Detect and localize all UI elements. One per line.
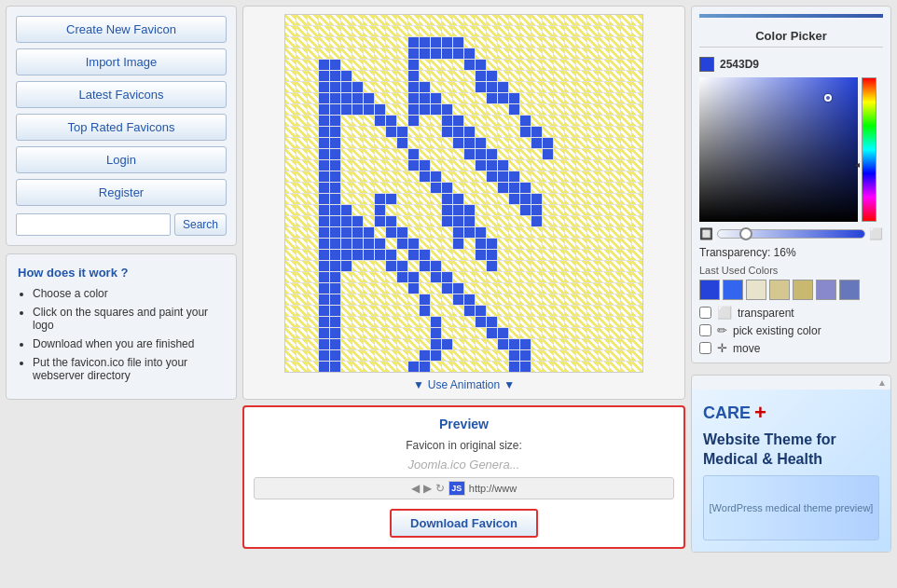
pixel-cell[interactable] xyxy=(476,362,486,372)
pixel-cell[interactable] xyxy=(509,306,519,316)
pixel-cell[interactable] xyxy=(464,328,475,338)
pixel-cell[interactable] xyxy=(554,306,564,316)
pixel-cell[interactable] xyxy=(420,205,430,215)
pixel-cell[interactable] xyxy=(576,283,586,294)
pixel-cell[interactable] xyxy=(520,194,531,204)
pixel-cell[interactable] xyxy=(297,48,307,59)
pixel-cell[interactable] xyxy=(364,205,374,215)
pixel-cell[interactable] xyxy=(632,104,642,115)
pixel-cell[interactable] xyxy=(576,227,586,238)
pixel-cell[interactable] xyxy=(509,339,519,349)
pixel-cell[interactable] xyxy=(453,171,463,182)
pixel-cell[interactable] xyxy=(531,261,542,271)
pixel-cell[interactable] xyxy=(431,306,441,316)
pixel-cell[interactable] xyxy=(543,82,553,92)
pixel-cell[interactable] xyxy=(352,138,363,148)
pixel-cell[interactable] xyxy=(543,138,553,148)
pixel-cell[interactable] xyxy=(330,48,340,59)
pixel-cell[interactable] xyxy=(509,362,519,372)
pixel-cell[interactable] xyxy=(397,160,407,171)
pixel-cell[interactable] xyxy=(565,227,575,238)
pixel-cell[interactable] xyxy=(397,294,407,305)
pixel-cell[interactable] xyxy=(464,239,475,249)
pixel-cell[interactable] xyxy=(397,350,407,361)
pixel-cell[interactable] xyxy=(610,205,620,215)
pixel-cell[interactable] xyxy=(297,26,307,36)
pixel-cell[interactable] xyxy=(576,306,586,316)
pixel-cell[interactable] xyxy=(330,71,340,81)
pixel-cell[interactable] xyxy=(610,261,620,271)
pixel-cell[interactable] xyxy=(330,104,340,115)
pixel-cell[interactable] xyxy=(420,71,430,81)
pixel-cell[interactable] xyxy=(531,127,542,137)
pixel-cell[interactable] xyxy=(599,328,609,338)
pixel-cell[interactable] xyxy=(453,339,463,349)
pixel-cell[interactable] xyxy=(487,138,497,148)
pixel-cell[interactable] xyxy=(576,82,586,92)
pixel-cell[interactable] xyxy=(386,138,396,148)
pixel-cell[interactable] xyxy=(554,48,564,59)
pixel-cell[interactable] xyxy=(375,60,385,70)
pixel-cell[interactable] xyxy=(319,82,329,92)
pixel-cell[interactable] xyxy=(375,306,385,316)
pixel-cell[interactable] xyxy=(352,60,363,70)
pixel-cell[interactable] xyxy=(599,160,609,171)
pixel-cell[interactable] xyxy=(587,71,598,81)
pixel-cell[interactable] xyxy=(520,227,531,238)
pixel-cell[interactable] xyxy=(632,48,642,59)
pixel-cell[interactable] xyxy=(565,339,575,349)
pixel-cell[interactable] xyxy=(565,127,575,137)
pixel-cell[interactable] xyxy=(509,48,519,59)
pick-color-checkbox[interactable] xyxy=(699,324,711,336)
pixel-cell[interactable] xyxy=(297,227,307,238)
pixel-cell[interactable] xyxy=(420,82,430,92)
pixel-cell[interactable] xyxy=(297,294,307,305)
pixel-cell[interactable] xyxy=(531,160,542,171)
pixel-cell[interactable] xyxy=(341,104,352,115)
pixel-cell[interactable] xyxy=(408,227,419,238)
pixel-cell[interactable] xyxy=(297,194,307,204)
pixel-cell[interactable] xyxy=(397,138,407,148)
pixel-cell[interactable] xyxy=(632,216,642,226)
pixel-cell[interactable] xyxy=(341,261,352,271)
pixel-cell[interactable] xyxy=(576,160,586,171)
pixel-cell[interactable] xyxy=(464,15,475,25)
pixel-cell[interactable] xyxy=(476,160,486,171)
pixel-cell[interactable] xyxy=(420,93,430,103)
pixel-cell[interactable] xyxy=(576,350,586,361)
pixel-cell[interactable] xyxy=(610,272,620,282)
pixel-cell[interactable] xyxy=(621,272,631,282)
pixel-cell[interactable] xyxy=(319,294,329,305)
pixel-cell[interactable] xyxy=(531,362,542,372)
pixel-cell[interactable] xyxy=(554,339,564,349)
pixel-cell[interactable] xyxy=(476,48,486,59)
pixel-cell[interactable] xyxy=(297,216,307,226)
pixel-cell[interactable] xyxy=(587,194,598,204)
pixel-cell[interactable] xyxy=(476,227,486,238)
pixel-cell[interactable] xyxy=(543,48,553,59)
pixel-cell[interactable] xyxy=(308,250,318,260)
swatch-3[interactable] xyxy=(769,280,790,300)
pixel-cell[interactable] xyxy=(341,93,352,103)
pixel-cell[interactable] xyxy=(408,362,419,372)
pixel-cell[interactable] xyxy=(509,317,519,327)
pixel-cell[interactable] xyxy=(554,283,564,294)
pixel-cell[interactable] xyxy=(520,71,531,81)
pixel-cell[interactable] xyxy=(442,82,452,92)
pixel-cell[interactable] xyxy=(621,283,631,294)
pixel-cell[interactable] xyxy=(308,205,318,215)
pixel-cell[interactable] xyxy=(476,194,486,204)
pixel-cell[interactable] xyxy=(364,160,374,171)
pixel-cell[interactable] xyxy=(476,116,486,126)
pixel-cell[interactable] xyxy=(632,82,642,92)
pixel-cell[interactable] xyxy=(352,37,363,48)
pixel-cell[interactable] xyxy=(610,160,620,171)
pixel-cell[interactable] xyxy=(632,317,642,327)
pixel-cell[interactable] xyxy=(520,93,531,103)
pixel-cell[interactable] xyxy=(632,350,642,361)
pixel-cell[interactable] xyxy=(308,317,318,327)
pixel-cell[interactable] xyxy=(554,350,564,361)
pixel-cell[interactable] xyxy=(442,37,452,48)
pixel-cell[interactable] xyxy=(442,250,452,260)
pixel-cell[interactable] xyxy=(531,138,542,148)
